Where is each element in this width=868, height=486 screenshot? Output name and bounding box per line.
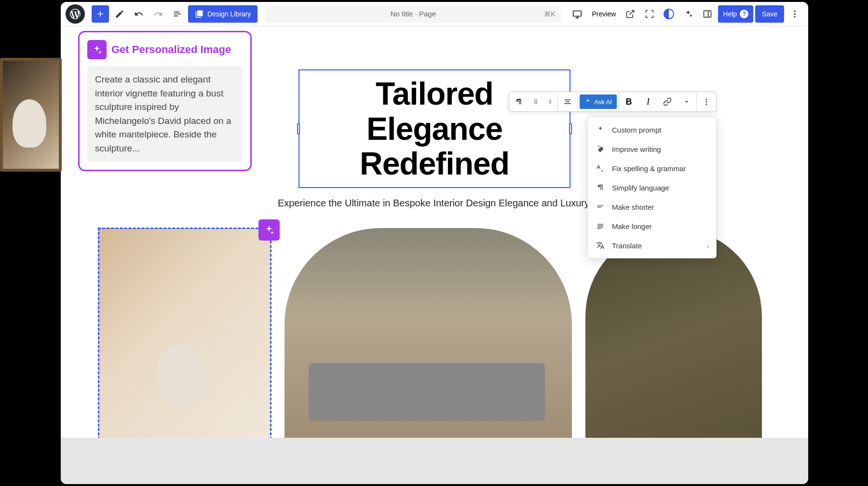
half-circle-icon — [664, 9, 674, 19]
resize-handle-right[interactable] — [569, 123, 572, 135]
italic-icon: I — [647, 97, 650, 107]
link-button[interactable] — [658, 92, 677, 112]
save-button[interactable]: Save — [755, 5, 784, 23]
fullscreen-button[interactable] — [641, 5, 658, 23]
drag-handle[interactable] — [529, 92, 543, 112]
italic-button[interactable]: I — [638, 92, 658, 112]
menu-item-label: Custom prompt — [612, 126, 662, 134]
redo-icon — [153, 9, 163, 19]
image-block-1[interactable] — [98, 228, 271, 448]
block-options-button[interactable] — [697, 92, 716, 112]
spellcheck-icon — [596, 163, 605, 173]
menu-item-label: Improve writing — [612, 145, 661, 153]
editor-window: Design Library No title · Page ⌘K Previe… — [61, 2, 808, 484]
undo-icon — [134, 9, 144, 19]
document-title-bar[interactable]: No title · Page ⌘K — [265, 5, 561, 23]
image-block-3[interactable] — [585, 228, 762, 448]
help-badge-icon: ? — [740, 10, 748, 18]
ai-popup-sparkle-badge — [87, 40, 107, 59]
add-block-button[interactable] — [92, 5, 109, 23]
svg-point-9 — [536, 101, 537, 102]
link-icon — [663, 97, 672, 106]
block-type-button[interactable] — [509, 92, 529, 112]
ai-menu-translate[interactable]: Translate › — [588, 236, 716, 255]
svg-point-11 — [536, 103, 537, 104]
chevron-down-icon — [683, 98, 691, 106]
ai-toolbar-button[interactable] — [679, 5, 697, 23]
ai-menu-fix-spelling[interactable]: Fix spelling & grammar — [588, 159, 716, 178]
ai-menu-make-shorter[interactable]: Make shorter — [588, 197, 716, 216]
sparkle-icon — [584, 98, 591, 105]
top-toolbar: Design Library No title · Page ⌘K Previe… — [61, 2, 808, 26]
chevrons-icon — [547, 97, 554, 106]
settings-panel-button[interactable] — [699, 5, 716, 23]
ai-menu-make-longer[interactable]: Make longer — [588, 216, 716, 236]
ai-menu-improve-writing[interactable]: Improve writing — [588, 139, 716, 159]
edit-tool-button[interactable] — [111, 5, 128, 23]
external-link-icon — [625, 9, 635, 19]
ai-popup-prompt-text: Create a classic and elegant interior vi… — [87, 66, 243, 162]
heading-block[interactable]: Tailored Elegance Redefined — [298, 69, 570, 188]
design-library-label: Design Library — [207, 10, 251, 18]
menu-item-label: Make longer — [612, 222, 652, 230]
redo-button[interactable] — [149, 5, 167, 23]
ai-image-popup: Get Personalized Image Create a classic … — [78, 31, 252, 171]
align-button[interactable] — [558, 92, 577, 112]
bold-icon: B — [626, 97, 632, 107]
ai-menu-simplify[interactable]: Simplify language — [588, 178, 716, 197]
menu-item-label: Fix spelling & grammar — [612, 164, 686, 173]
design-library-button[interactable]: Design Library — [188, 5, 258, 23]
menu-item-label: Simplify language — [612, 184, 669, 192]
global-styles-button[interactable] — [660, 5, 678, 23]
ask-ai-button[interactable]: Ask AI — [580, 94, 617, 109]
more-formatting-button[interactable] — [677, 92, 696, 112]
sparkle-icon — [92, 44, 102, 55]
pencil-icon — [115, 9, 124, 19]
sidebar-icon — [703, 9, 712, 19]
ai-preview-thumbnail — [0, 58, 62, 172]
chevron-right-icon: › — [707, 242, 709, 250]
svg-point-12 — [706, 98, 707, 100]
menu-item-label: Make shorter — [612, 203, 654, 211]
document-title: No title · Page — [391, 10, 436, 18]
more-vertical-icon — [790, 9, 800, 19]
sparkle-icon — [264, 225, 274, 235]
undo-button[interactable] — [130, 5, 148, 23]
svg-point-6 — [534, 99, 535, 100]
svg-point-7 — [536, 99, 537, 100]
plus-icon — [95, 9, 105, 19]
canvas-bottom-spacer — [61, 438, 808, 484]
preview-button[interactable]: Preview — [588, 5, 620, 23]
svg-point-14 — [706, 104, 707, 105]
command-shortcut: ⌘K — [544, 10, 555, 18]
svg-point-3 — [794, 10, 795, 12]
paragraph-icon — [515, 97, 523, 106]
list-view-button[interactable] — [169, 5, 186, 23]
lines-short-icon — [596, 202, 605, 212]
preview-label: Preview — [592, 10, 616, 18]
ai-image-badge[interactable] — [258, 219, 280, 241]
wordpress-logo[interactable] — [66, 4, 85, 24]
image-block-2[interactable] — [285, 228, 572, 448]
bold-button[interactable]: B — [619, 92, 638, 112]
move-buttons[interactable] — [543, 92, 557, 112]
align-icon — [563, 97, 572, 106]
ask-ai-label: Ask AI — [594, 98, 612, 106]
help-button[interactable]: Help ? — [718, 5, 753, 23]
drag-icon — [532, 98, 539, 105]
lines-long-icon — [596, 221, 605, 231]
ai-actions-menu: Custom prompt Improve writing Fix spelli… — [587, 117, 717, 258]
library-icon — [195, 10, 203, 18]
svg-rect-0 — [573, 11, 582, 16]
block-toolbar: Ask AI B I — [509, 92, 717, 112]
ai-menu-custom-prompt[interactable]: Custom prompt — [588, 120, 716, 139]
external-link-button[interactable] — [622, 5, 639, 23]
resize-handle-left[interactable] — [297, 123, 300, 135]
desktop-icon — [572, 9, 583, 19]
viewport-button[interactable] — [569, 5, 586, 23]
more-options-button[interactable] — [786, 5, 803, 23]
translate-icon — [596, 241, 605, 250]
svg-point-8 — [534, 101, 535, 102]
menu-item-label: Translate — [612, 242, 642, 250]
wand-icon — [596, 144, 605, 154]
